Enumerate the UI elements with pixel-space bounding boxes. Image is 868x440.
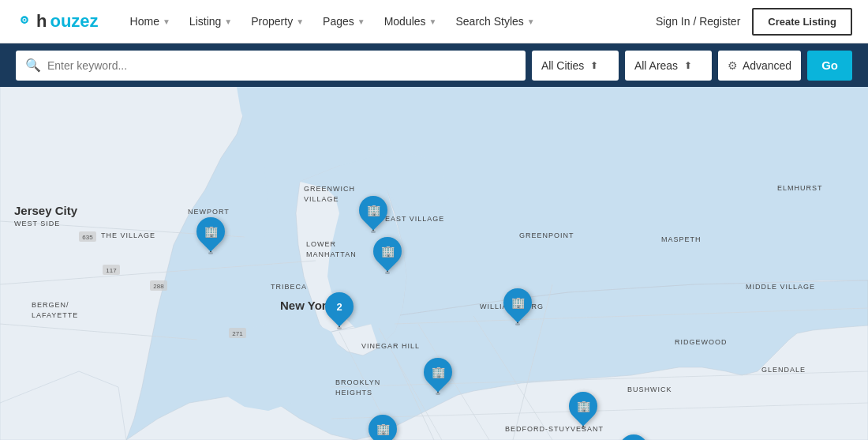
nav-property[interactable]: Property ▼ <box>243 10 312 32</box>
chevron-down-icon: ▼ <box>527 17 535 26</box>
building-icon: 🏢 <box>577 400 590 412</box>
map-container: 635 288 117 271 Jersey City WEST SIDE TH… <box>0 87 868 440</box>
sign-in-link[interactable]: Sign In / Register <box>656 15 740 28</box>
svg-text:117: 117 <box>106 267 117 274</box>
search-bar: 🔍 All Cities ⬆ All Areas ⬆ ⚙ Advanced Go <box>0 43 868 87</box>
map-pin-cluster[interactable]: 2 <box>325 292 354 329</box>
map-pin-1[interactable]: 🏢 <box>196 217 225 254</box>
svg-text:288: 288 <box>153 283 164 290</box>
areas-dropdown[interactable]: All Areas ⬆ <box>625 51 712 81</box>
search-input[interactable] <box>47 59 516 72</box>
building-icon: 🏢 <box>432 366 445 378</box>
cluster-count: 2 <box>336 301 342 313</box>
nav-home[interactable]: Home ▼ <box>122 10 178 32</box>
building-icon: 🏢 <box>381 245 395 258</box>
advanced-button[interactable]: ⚙ Advanced <box>718 51 801 81</box>
map-pin-2[interactable]: 🏢 <box>359 196 387 233</box>
map-pin-9[interactable]: 🏢 <box>619 434 648 440</box>
building-icon: 🏢 <box>367 204 380 216</box>
building-icon: 🏢 <box>376 423 390 435</box>
map-pin-8[interactable]: 🏢 <box>369 415 397 440</box>
header-right: Sign In / Register Create Listing <box>656 8 852 36</box>
nav-search-styles[interactable]: Search Styles ▼ <box>447 10 542 32</box>
chevron-down-icon: ⬆ <box>590 60 598 71</box>
main-nav: Home ▼ Listing ▼ Property ▼ Pages ▼ Modu… <box>122 10 656 32</box>
search-input-wrapper: 🔍 <box>16 51 526 81</box>
map-pin-3[interactable]: 🏢 <box>373 237 402 274</box>
chevron-down-icon: ▼ <box>296 17 304 26</box>
chevron-down-icon: ▼ <box>429 17 437 26</box>
chevron-down-icon: ▼ <box>163 17 170 26</box>
search-icon: 🔍 <box>25 58 41 73</box>
nav-pages[interactable]: Pages ▼ <box>315 10 373 32</box>
chevron-down-icon: ▼ <box>357 17 365 26</box>
nav-modules[interactable]: Modules ▼ <box>376 10 445 32</box>
svg-text:271: 271 <box>232 330 243 337</box>
svg-text:635: 635 <box>82 234 93 241</box>
building-icon: 🏢 <box>204 225 218 238</box>
logo-icon <box>16 13 33 30</box>
map-pin-6[interactable]: 🏢 <box>503 288 532 325</box>
chevron-down-icon: ⬆ <box>684 60 692 71</box>
map-pin-7[interactable]: 🏢 <box>569 392 597 429</box>
chevron-down-icon: ▼ <box>224 17 232 26</box>
logo[interactable]: houzez <box>16 11 99 32</box>
svg-point-1 <box>24 19 26 21</box>
cities-dropdown[interactable]: All Cities ⬆ <box>532 51 619 81</box>
create-listing-button[interactable]: Create Listing <box>752 8 852 36</box>
go-button[interactable]: Go <box>807 51 852 81</box>
gear-icon: ⚙ <box>728 59 738 72</box>
building-icon: 🏢 <box>511 296 525 309</box>
header: houzez Home ▼ Listing ▼ Property ▼ Pages… <box>0 0 868 43</box>
map-pin-5[interactable]: 🏢 <box>424 358 452 395</box>
nav-listing[interactable]: Listing ▼ <box>181 10 240 32</box>
